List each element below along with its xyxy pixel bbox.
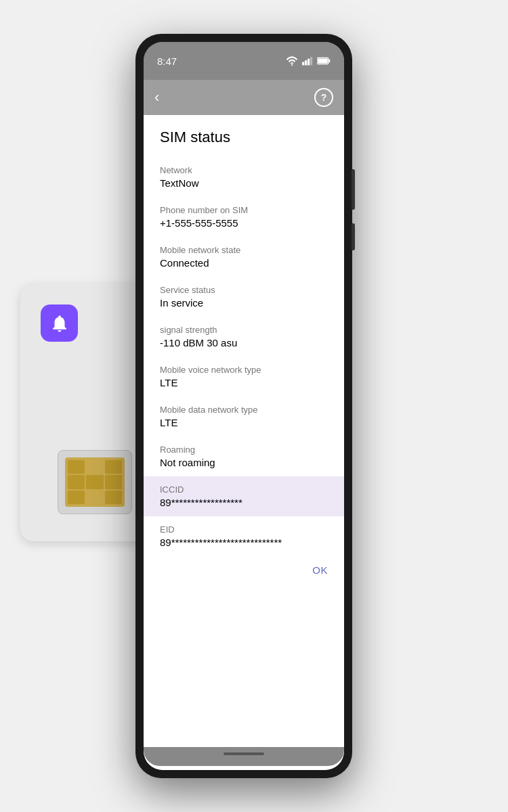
svg-rect-7 xyxy=(318,59,328,64)
top-nav-bar: ‹ ? xyxy=(144,80,344,115)
textnow-logo xyxy=(41,304,78,342)
mobile-network-state-row: Mobile network state Connected xyxy=(144,237,344,277)
svg-rect-6 xyxy=(329,60,330,63)
chip-cell xyxy=(86,460,103,474)
signal-icon xyxy=(302,56,313,66)
roaming-value: Not roaming xyxy=(160,457,328,468)
content-area: SIM status Network TextNow Phone number … xyxy=(144,115,344,770)
sim-chip xyxy=(65,457,125,507)
svg-rect-1 xyxy=(302,62,304,66)
phone-value: +1-555-555-5555 xyxy=(160,217,328,229)
mobile-data-value: LTE xyxy=(160,417,328,428)
signal-strength-value: -110 dBM 30 asu xyxy=(160,337,328,348)
eid-label: EID xyxy=(160,524,328,535)
mobile-network-state-value: Connected xyxy=(160,257,328,269)
mobile-voice-value: LTE xyxy=(160,377,328,388)
mobile-voice-row: Mobile voice network type LTE xyxy=(144,357,344,397)
signal-strength-row: signal strength -110 dBM 30 asu xyxy=(144,317,344,357)
phone-frame: 8:47 xyxy=(135,34,352,778)
svg-rect-4 xyxy=(310,57,312,65)
service-status-value: In service xyxy=(160,297,328,309)
roaming-row: Roaming Not roaming xyxy=(144,436,344,476)
home-indicator[interactable] xyxy=(224,752,264,755)
roaming-label: Roaming xyxy=(160,445,328,455)
mobile-voice-label: Mobile voice network type xyxy=(160,365,328,375)
phone-screen: 8:47 xyxy=(144,42,344,770)
iccid-value: 89****************** xyxy=(160,497,328,508)
chip-cell xyxy=(68,475,85,489)
battery-icon xyxy=(317,57,331,65)
chip-cell xyxy=(86,475,103,489)
power-button xyxy=(352,169,355,210)
chip-cell xyxy=(68,460,85,474)
page-title: SIM status xyxy=(144,115,344,157)
phone-row: Phone number on SIM +1-555-555-5555 xyxy=(144,197,344,237)
eid-value: 89**************************** xyxy=(160,537,328,548)
status-icons xyxy=(286,56,331,66)
chip-cell xyxy=(105,460,122,474)
help-button[interactable]: ? xyxy=(314,88,333,107)
svg-rect-2 xyxy=(305,60,307,65)
status-bar: 8:47 xyxy=(144,42,344,80)
mobile-data-row: Mobile data network type LTE xyxy=(144,397,344,436)
service-status-label: Service status xyxy=(160,285,328,295)
signal-strength-label: signal strength xyxy=(160,325,328,335)
ok-button[interactable]: OK xyxy=(312,564,328,576)
svg-rect-3 xyxy=(308,59,310,66)
back-button[interactable]: ‹ xyxy=(154,89,159,106)
sim-chip-area xyxy=(58,450,132,514)
iccid-label: ICCID xyxy=(160,484,328,495)
chip-cell xyxy=(105,475,122,489)
status-time: 8:47 xyxy=(157,55,177,67)
svg-point-0 xyxy=(291,64,293,66)
chip-cell xyxy=(86,491,103,504)
network-value: TextNow xyxy=(160,177,328,189)
network-label: Network xyxy=(160,165,328,175)
bell-icon xyxy=(49,313,70,334)
mobile-data-label: Mobile data network type xyxy=(160,405,328,415)
eid-row: EID 89**************************** xyxy=(144,516,344,556)
network-row: Network TextNow xyxy=(144,157,344,197)
phone-label: Phone number on SIM xyxy=(160,205,328,215)
bottom-nav xyxy=(144,747,344,766)
mobile-network-state-label: Mobile network state xyxy=(160,245,328,255)
ok-button-row: OK xyxy=(144,556,344,589)
chip-cell xyxy=(68,491,85,504)
wifi-icon xyxy=(286,56,298,66)
chip-cell xyxy=(105,491,122,504)
volume-button xyxy=(352,223,355,250)
iccid-row: ICCID 89****************** xyxy=(144,476,344,516)
service-status-row: Service status In service xyxy=(144,277,344,317)
